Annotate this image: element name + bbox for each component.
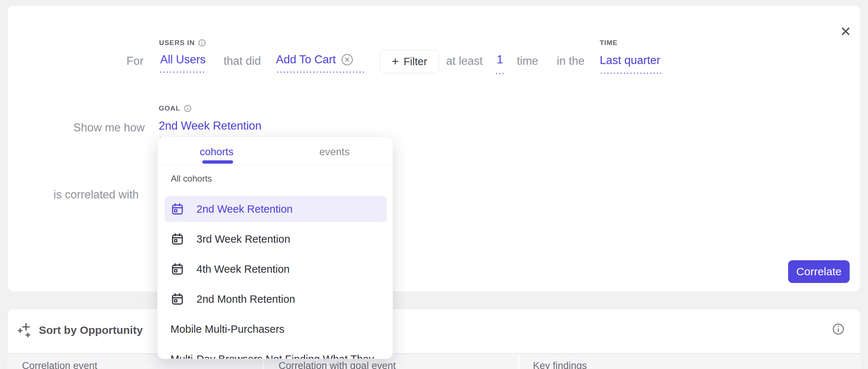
is-correlated-with-word: is correlated with	[54, 188, 139, 201]
dropdown-tabbar: cohorts events	[158, 137, 393, 165]
column-header-key-findings: Key findings	[519, 354, 861, 369]
cohort-selector[interactable]: All Users	[160, 53, 206, 66]
time-range-selector[interactable]: Last quarter	[600, 54, 660, 67]
event-selector[interactable]: Add To Cart	[276, 53, 354, 66]
that-did-word: that did	[224, 55, 261, 68]
event-selector-label: Add To Cart	[276, 53, 336, 66]
time-label: TIME	[600, 39, 618, 47]
list-item[interactable]: Multi-Day Browsers Not Finding What They	[165, 346, 387, 359]
dotted-underline	[159, 71, 206, 73]
in-the-word: in the	[557, 55, 585, 68]
calendar-icon	[171, 262, 184, 276]
section-label: All cohorts	[171, 174, 212, 184]
add-filter-label: Filter	[404, 56, 427, 68]
correlate-button[interactable]: Correlate	[788, 260, 850, 283]
users-in-label: USERS IN	[159, 39, 206, 47]
list-item-label: 2nd Month Retention	[196, 293, 295, 305]
sort-by-opportunity-button[interactable]: Sort by Opportunity	[18, 322, 143, 338]
list-item[interactable]: 2nd Week Retention	[165, 196, 387, 222]
dotted-underline	[600, 72, 663, 74]
list-item[interactable]: 3rd Week Retention	[165, 226, 387, 252]
list-item-label: 4th Week Retention	[196, 263, 290, 275]
list-item-label: 3rd Week Retention	[196, 233, 290, 245]
info-icon	[198, 39, 206, 47]
table-header-row: Correlation event Correlation with goal …	[7, 353, 861, 369]
calendar-icon	[171, 232, 184, 246]
list-item-label: Mobile Multi-Purchasers	[170, 323, 284, 335]
sort-by-opportunity-label: Sort by Opportunity	[39, 324, 143, 336]
users-in-label-text: USERS IN	[159, 39, 195, 47]
plus-icon: +	[392, 55, 399, 67]
calendar-icon	[171, 292, 184, 306]
dotted-underline	[276, 71, 365, 73]
time-word: time	[517, 55, 538, 68]
list-item[interactable]: 4th Week Retention	[165, 256, 387, 282]
goal-selector[interactable]: 2nd Week Retention	[159, 119, 261, 133]
tab-events[interactable]: events	[276, 137, 393, 165]
remove-event-icon[interactable]	[341, 53, 354, 66]
calendar-icon	[171, 202, 184, 216]
at-least-word: at least	[446, 55, 483, 68]
list-item[interactable]: Mobile Multi-Purchasers	[165, 316, 387, 342]
sparkle-plus-icon	[18, 322, 33, 338]
list-item-label: 2nd Week Retention	[196, 203, 293, 215]
add-filter-button[interactable]: + Filter	[380, 50, 439, 73]
goal-selector-dropdown: cohorts events All cohorts 2nd Week Rete…	[157, 137, 393, 359]
show-me-how-word: Show me how	[73, 121, 145, 134]
active-tab-indicator	[202, 160, 233, 164]
times-count-selector[interactable]: 1	[497, 53, 503, 66]
list-item-label: Multi-Day Browsers Not Finding What They	[170, 353, 374, 359]
dotted-underline	[495, 73, 505, 74]
info-icon	[184, 104, 192, 112]
goal-label: GOAL	[159, 104, 192, 112]
info-icon[interactable]	[832, 323, 845, 335]
for-word: For	[126, 55, 144, 68]
close-button[interactable]: ✕	[836, 22, 855, 41]
goal-label-text: GOAL	[159, 104, 180, 112]
correlate-builder-card: For USERS IN All Users that did Add To C…	[7, 5, 861, 292]
list-item[interactable]: 2nd Month Retention	[165, 286, 387, 312]
